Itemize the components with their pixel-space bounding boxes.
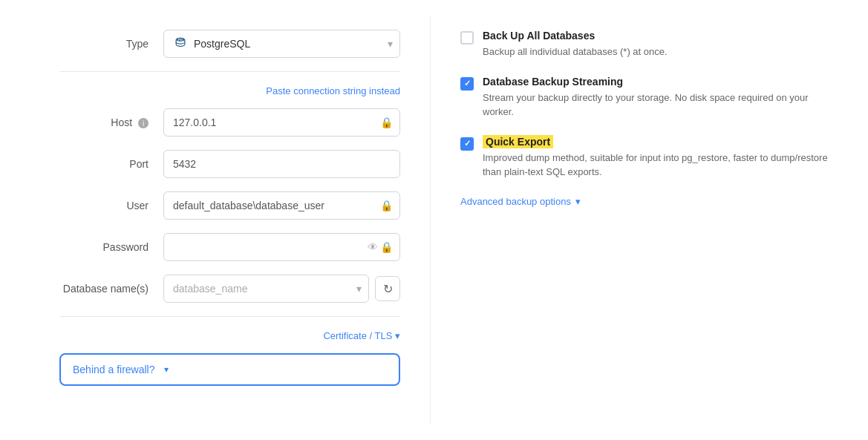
host-label: Host i [59,116,163,129]
advanced-chevron-icon: ▾ [575,196,581,207]
type-label: Type [59,38,163,50]
user-lock-icon: 🔒 [380,200,393,211]
dbname-select[interactable]: database_name [163,275,369,303]
streaming-desc: Stream your backup directly to your stor… [483,91,838,119]
port-input[interactable] [163,150,400,178]
backup-all-checkbox[interactable] [460,31,474,45]
dbname-refresh-button[interactable]: ↻ [375,276,400,301]
backup-all-desc: Backup all individual databases (*) at o… [483,45,838,59]
dbname-label: Database name(s) [59,283,163,295]
host-input[interactable] [163,108,400,137]
quick-export-title-text: Quick Export [483,135,553,148]
right-panel: Back Up All Databases Backup all individ… [431,15,868,425]
option-backup-all-row: Back Up All Databases Backup all individ… [460,30,838,59]
option-quick-export-row: Quick Export Improved dump method, suita… [460,136,838,180]
host-input-wrapper: 🔒 [163,108,400,137]
paste-link[interactable]: Paste connection string instead [59,85,400,96]
password-input-wrapper: 👁 🔒 [163,233,400,261]
dbname-form-group: Database name(s) database_name ▾ ↻ [59,275,400,303]
cert-link[interactable]: Certificate / TLS ▾ [59,330,400,341]
password-label: Password [59,241,163,253]
advanced-backup-link[interactable]: Advanced backup options ▾ [460,196,838,207]
user-input[interactable] [163,191,400,220]
dbname-select-wrapper: database_name ▾ [163,275,369,303]
streaming-content: Database Backup Streaming Stream your ba… [483,76,838,119]
dbname-placeholder: database_name [173,283,247,295]
password-eye-icon[interactable]: 👁 [368,241,378,253]
type-select[interactable]: PG PostgreSQL [163,30,400,58]
password-lock-icon: 🔒 [380,241,393,253]
firewall-chevron-icon: ▾ [164,364,169,375]
firewall-button[interactable]: Behind a firewall? ▾ [59,353,400,386]
divider-2 [59,316,400,317]
left-panel: Type PG PostgreSQL ▾ Paste connection st… [0,15,431,425]
quick-export-title: Quick Export [483,136,838,148]
streaming-title: Database Backup Streaming [483,76,838,88]
quick-export-content: Quick Export Improved dump method, suita… [483,136,838,180]
port-input-wrapper [163,150,400,178]
host-lock-icon: 🔒 [380,116,393,128]
port-form-group: Port [59,150,400,178]
option-streaming-row: Database Backup Streaming Stream your ba… [460,76,838,119]
quick-export-desc: Improved dump method, suitable for input… [483,151,838,180]
firewall-label: Behind a firewall? [73,364,155,375]
advanced-backup-label: Advanced backup options [460,196,571,207]
port-label: Port [59,158,163,170]
type-form-group: Type PG PostgreSQL ▾ [59,30,400,58]
host-info-icon[interactable]: i [138,118,149,128]
user-input-wrapper: 🔒 [163,191,400,220]
svg-text:PG: PG [178,38,183,42]
postgresql-icon: PG [173,36,188,51]
type-value: PostgreSQL [194,38,250,50]
type-select-wrapper: PG PostgreSQL ▾ [163,30,400,58]
streaming-checkbox[interactable] [460,77,474,91]
quick-export-checkbox[interactable] [460,137,474,151]
backup-all-title: Back Up All Databases [483,30,838,42]
host-form-group: Host i 🔒 [59,108,400,137]
user-label: User [59,200,163,211]
user-form-group: User 🔒 [59,191,400,220]
dbname-input-group: database_name ▾ ↻ [163,275,400,303]
backup-all-content: Back Up All Databases Backup all individ… [483,30,838,59]
password-form-group: Password 👁 🔒 [59,233,400,261]
divider-1 [59,71,400,72]
password-input[interactable] [163,233,400,261]
